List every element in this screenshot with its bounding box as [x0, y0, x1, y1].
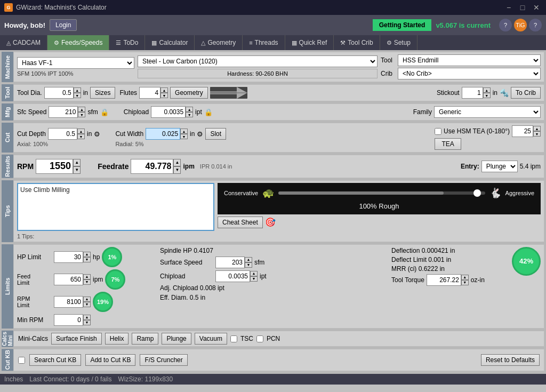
ramp-button[interactable]: Ramp	[132, 333, 158, 345]
tab-cadcam[interactable]: ◬ CADCAM	[0, 35, 47, 50]
min-rpm-down[interactable]: ▼	[83, 320, 91, 325]
cut-width-down[interactable]: ▼	[180, 134, 188, 139]
maximize-button[interactable]: □	[517, 2, 528, 13]
tsc-checkbox[interactable]	[230, 335, 237, 342]
cut-depth-up[interactable]: ▲	[77, 129, 85, 134]
help-icon-2[interactable]: ?	[529, 19, 542, 31]
flutes-input[interactable]	[139, 87, 160, 99]
cut-width-input[interactable]	[146, 128, 180, 140]
sfc-up[interactable]: ▲	[78, 107, 85, 112]
minimize-button[interactable]: −	[503, 2, 514, 13]
torque-up[interactable]: ▲	[461, 275, 469, 280]
login-button[interactable]: Login	[50, 19, 77, 31]
rpm-limit-input[interactable]	[54, 296, 83, 308]
rpm-down[interactable]: ▼	[73, 166, 81, 174]
stickout-input[interactable]	[462, 87, 483, 99]
help-icon-1[interactable]: ?	[499, 19, 512, 31]
pcn-checkbox[interactable]	[256, 335, 263, 342]
chipload-input[interactable]	[151, 106, 186, 118]
tab-toolcrib[interactable]: ⚒ Tool Crib	[334, 35, 380, 50]
flutes-up[interactable]: ▲	[160, 87, 168, 93]
tab-todo[interactable]: ☰ ToDo	[109, 35, 145, 50]
cut-width-up[interactable]: ▲	[180, 129, 188, 134]
close-button[interactable]: ✕	[531, 2, 542, 13]
cheat-sheet-button[interactable]: Cheat Sheet	[218, 217, 263, 228]
slot-button[interactable]: Slot	[205, 128, 226, 140]
add-to-cut-kb-button[interactable]: Add to Cut KB	[85, 354, 135, 366]
tool-dia-field: ▲ ▼	[44, 87, 81, 99]
helix-button[interactable]: Helix	[105, 333, 129, 345]
rpm-limit-down[interactable]: ▼	[83, 302, 91, 307]
feed-up[interactable]: ▲	[83, 274, 91, 279]
feed-limit-input[interactable]	[54, 274, 83, 285]
tool-type-select[interactable]: HSS Endmill	[398, 54, 541, 66]
crib-select[interactable]: <No Crib>	[398, 68, 541, 79]
feedrate-input[interactable]	[131, 159, 173, 174]
settings-icon[interactable]: TiG	[514, 19, 527, 31]
machine-right: Tool HSS Endmill Crib <No Crib>	[381, 54, 541, 79]
feedrate-down[interactable]: ▼	[173, 166, 181, 174]
family-group: Family Generic	[413, 106, 541, 118]
tool-dia-down[interactable]: ▼	[74, 93, 81, 98]
ss-up[interactable]: ▲	[245, 257, 252, 262]
chipload-limit-input[interactable]	[215, 270, 250, 282]
stickout-info-icon[interactable]: 🔩	[500, 89, 509, 97]
torque-input[interactable]	[427, 274, 461, 286]
surface-finish-button[interactable]: Surface Finish	[51, 333, 102, 345]
tab-feeds[interactable]: ⚙ Feeds/Speeds	[47, 35, 109, 50]
cut-depth-input[interactable]	[48, 128, 77, 140]
torque-down[interactable]: ▼	[461, 280, 469, 285]
min-rpm-up[interactable]: ▲	[83, 315, 91, 320]
tab-setup[interactable]: ⚙ Setup	[380, 35, 417, 50]
ss-down[interactable]: ▼	[245, 262, 252, 268]
sfc-speed-input[interactable]	[49, 106, 78, 118]
hp-up[interactable]: ▲	[83, 252, 91, 257]
vacuum-button[interactable]: Vacuum	[195, 333, 227, 345]
stickout-up[interactable]: ▲	[483, 87, 491, 93]
hsm-checkbox[interactable]	[435, 128, 441, 135]
cl-down[interactable]: ▼	[250, 276, 258, 282]
hsm-up[interactable]: ▲	[533, 126, 541, 131]
cut-kb-checkbox[interactable]	[18, 357, 25, 364]
machine-select[interactable]: Haas VF-1	[17, 57, 134, 69]
feed-down[interactable]: ▼	[83, 279, 91, 285]
aggressiveness-track[interactable]	[278, 191, 485, 195]
to-crib-button[interactable]: To Crib	[511, 87, 541, 99]
cl-up[interactable]: ▲	[250, 271, 258, 276]
getting-started-button[interactable]: Getting Started	[373, 19, 432, 31]
rpm-up[interactable]: ▲	[73, 159, 81, 166]
chipload-up[interactable]: ▲	[186, 107, 193, 112]
entry-select[interactable]: Plunge	[481, 161, 518, 172]
hp-down[interactable]: ▼	[83, 257, 91, 262]
tool-dia-up[interactable]: ▲	[74, 87, 81, 93]
hp-limit-input[interactable]	[54, 251, 83, 263]
cut-depth-down[interactable]: ▼	[77, 134, 85, 139]
tab-quickref[interactable]: ▦ Quick Ref	[285, 35, 334, 50]
tea-button[interactable]: TEA	[435, 138, 461, 150]
surface-speed-input[interactable]	[215, 257, 245, 268]
rpm-limit-up[interactable]: ▲	[83, 297, 91, 302]
sfc-down[interactable]: ▼	[78, 112, 85, 117]
fs-cruncher-button[interactable]: F/S Cruncher	[140, 354, 187, 366]
stickout-down[interactable]: ▼	[483, 93, 491, 98]
min-rpm-input[interactable]	[54, 314, 83, 326]
hsm-down[interactable]: ▼	[533, 131, 541, 137]
plunge-button[interactable]: Plunge	[162, 333, 191, 345]
tab-threads[interactable]: ≡ Threads	[243, 35, 285, 50]
search-cut-kb-button[interactable]: Search Cut KB	[29, 354, 81, 366]
family-select[interactable]: Generic	[434, 106, 541, 118]
flutes-down[interactable]: ▼	[160, 93, 168, 98]
reset-to-defaults-button[interactable]: Reset to Defaults	[481, 354, 540, 366]
chipload-down[interactable]: ▼	[186, 112, 193, 117]
hsm-input[interactable]	[512, 125, 533, 137]
chipload-field: ▲ ▼	[151, 106, 193, 118]
geometry-button[interactable]: Geometry	[170, 87, 208, 99]
tab-geometry[interactable]: △ Geometry	[195, 35, 243, 50]
tab-calculator[interactable]: ▦ Calculator	[145, 35, 195, 50]
tips-count: 1 Tips:	[17, 233, 214, 239]
tool-dia-input[interactable]	[44, 87, 74, 99]
sizes-button[interactable]: Sizes	[90, 87, 115, 99]
feedrate-up[interactable]: ▲	[173, 159, 181, 166]
rpm-input[interactable]	[36, 159, 73, 174]
material-select[interactable]: Steel - Low Carbon (1020)	[138, 55, 378, 67]
